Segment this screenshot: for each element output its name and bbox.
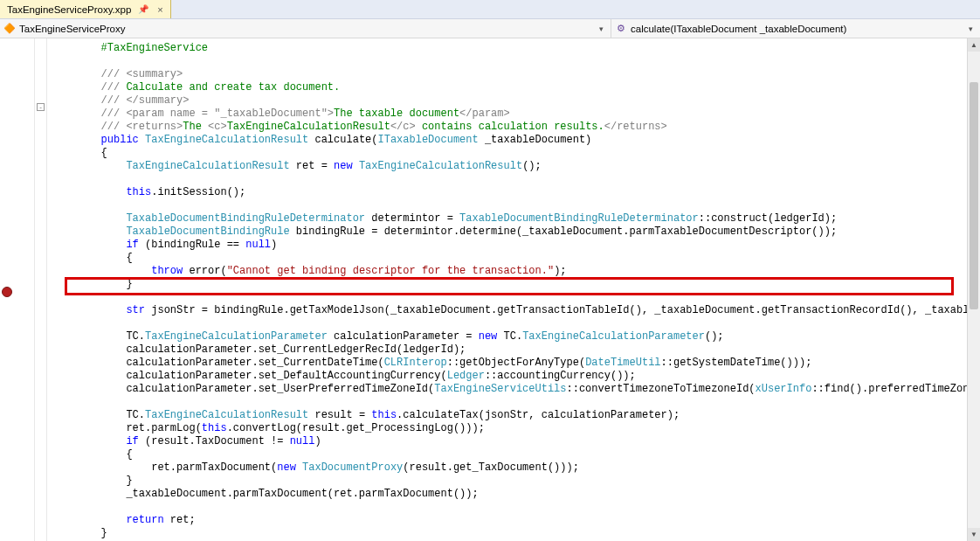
- scroll-down-button[interactable]: ▼: [968, 528, 980, 541]
- pin-icon[interactable]: 📌: [136, 4, 150, 14]
- scroll-thumb[interactable]: [970, 82, 978, 309]
- breakpoint-glyph[interactable]: [2, 287, 12, 297]
- member-selector[interactable]: ⚙ calculate(ITaxableDocument _taxableDoc…: [611, 19, 980, 38]
- editor: - #TaxEngineService /// <summary> /// Ca…: [0, 38, 980, 541]
- close-icon[interactable]: ×: [155, 4, 164, 15]
- tab-strip: TaxEngineServiceProxy.xpp 📌 ×: [0, 0, 980, 19]
- source-code[interactable]: #TaxEngineService /// <summary> /// Calc…: [47, 42, 980, 540]
- tab-title: TaxEngineServiceProxy.xpp: [7, 4, 131, 15]
- file-tab[interactable]: TaxEngineServiceProxy.xpp 📌 ×: [0, 0, 171, 18]
- member-name: calculate(ITaxableDocument _taxableDocum…: [631, 24, 846, 34]
- collapse-toggle[interactable]: -: [37, 103, 45, 111]
- type-selector[interactable]: 🔶 TaxEngineServiceProxy ▾: [0, 19, 611, 38]
- chevron-down-icon[interactable]: ▾: [969, 24, 977, 33]
- type-name: TaxEngineServiceProxy: [19, 24, 125, 34]
- method-icon: ⚙: [615, 23, 627, 35]
- class-icon: 🔶: [3, 23, 16, 35]
- scroll-up-button[interactable]: ▲: [968, 38, 980, 52]
- navigation-bar: 🔶 TaxEngineServiceProxy ▾ ⚙ calculate(IT…: [0, 19, 980, 38]
- chevron-down-icon[interactable]: ▾: [599, 24, 607, 33]
- vertical-scrollbar[interactable]: ▲ ▼: [967, 38, 980, 541]
- breakpoint-gutter[interactable]: [0, 38, 35, 541]
- outline-gutter[interactable]: -: [35, 38, 47, 541]
- code-viewport[interactable]: #TaxEngineService /// <summary> /// Calc…: [47, 38, 980, 541]
